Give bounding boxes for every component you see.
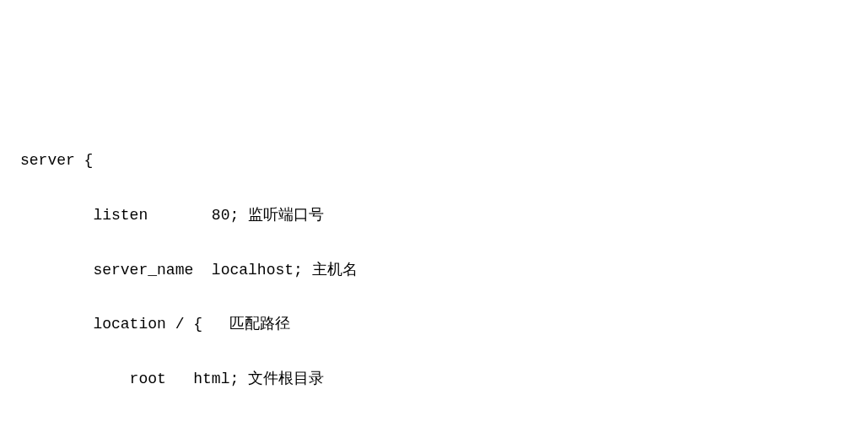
code-line: root html; 文件根目录 [20, 365, 848, 392]
code-line: listen 80; 监听端口号 [20, 202, 848, 229]
code-line: location / { 匹配路径 [20, 311, 848, 338]
code-line: server { [20, 147, 848, 174]
nginx-config-code: server { listen 80; 监听端口号 server_name lo… [20, 120, 848, 422]
code-line: server_name localhost; 主机名 [20, 257, 848, 284]
